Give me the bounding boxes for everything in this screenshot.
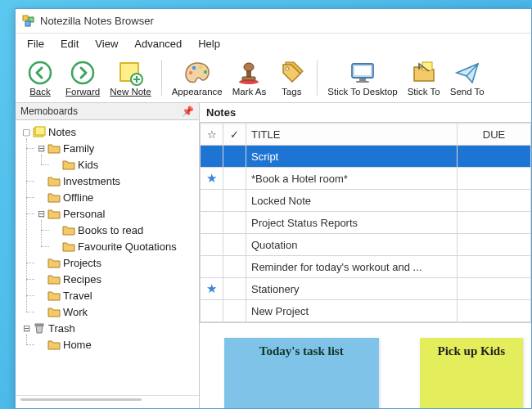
table-row[interactable]: Reminder for today's workout and ...: [201, 256, 531, 278]
tree-item[interactable]: ⊟Personal: [32, 205, 197, 222]
cell-due[interactable]: [458, 234, 531, 256]
cell-title[interactable]: New Project: [246, 300, 458, 322]
tree-item[interactable]: Recipes: [32, 271, 197, 287]
cell-check[interactable]: [223, 256, 246, 278]
sidebar-scrollbar[interactable]: [20, 398, 142, 401]
tree-item[interactable]: Projects: [32, 254, 197, 271]
cell-title[interactable]: Project Status Reports: [246, 212, 458, 234]
menu-help[interactable]: Help: [190, 35, 228, 52]
cell-star[interactable]: ★: [201, 168, 223, 190]
cell-due[interactable]: [458, 190, 531, 212]
cell-title[interactable]: *Book a Hotel room*: [246, 168, 458, 190]
toolbar: Back Forward New Note Appearance Mark A: [16, 53, 531, 103]
col-check[interactable]: ✓: [223, 124, 246, 146]
stick-to-desktop-button[interactable]: Stick To Desktop: [323, 56, 401, 99]
cell-title[interactable]: Reminder for today's workout and ...: [246, 256, 458, 278]
cell-star[interactable]: [201, 190, 223, 212]
svg-point-9: [199, 65, 202, 69]
sticky-area: Today's task list Pick up Kids: [200, 322, 531, 408]
titlebar[interactable]: Notezilla Notes Browser: [16, 9, 531, 34]
tree-item[interactable]: Kids: [47, 156, 197, 173]
toolbar-separator: [317, 60, 318, 96]
tree-item[interactable]: Home: [32, 336, 197, 353]
menu-advanced[interactable]: Advanced: [126, 35, 190, 52]
folder-icon: [47, 174, 61, 187]
cell-title[interactable]: Script: [246, 146, 458, 168]
folder-icon: [61, 240, 76, 253]
app-icon: [22, 15, 35, 28]
tree-item[interactable]: Offline: [32, 189, 197, 205]
notes-grid: ☆ ✓ TITLE DUE Script★*Book a Hotel room*…: [200, 123, 531, 322]
cell-due[interactable]: [458, 278, 531, 300]
menu-view[interactable]: View: [87, 35, 126, 52]
back-icon: [27, 59, 53, 87]
tree-trash[interactable]: ⊟ Trash: [17, 320, 197, 336]
svg-rect-0: [23, 16, 28, 20]
tree-item[interactable]: Work: [32, 303, 197, 320]
cell-star[interactable]: [201, 300, 223, 322]
cell-title[interactable]: Locked Note: [246, 190, 458, 212]
cell-due[interactable]: [458, 212, 531, 234]
cell-check[interactable]: [223, 190, 246, 212]
toggle-icon[interactable]: ⊟: [35, 209, 47, 219]
cell-star[interactable]: [201, 256, 223, 278]
pin-icon[interactable]: 📌: [182, 106, 194, 117]
menu-file[interactable]: File: [19, 35, 52, 52]
cell-check[interactable]: [223, 168, 246, 190]
cell-star[interactable]: [201, 146, 223, 168]
cell-due[interactable]: [458, 146, 531, 168]
back-button[interactable]: Back: [20, 56, 60, 99]
cell-title[interactable]: Stationery: [246, 278, 458, 300]
table-row[interactable]: Quotation: [201, 234, 531, 256]
table-row[interactable]: New Project: [201, 300, 531, 322]
table-row[interactable]: Script: [201, 146, 531, 168]
sticky-note-blue[interactable]: Today's task list: [224, 338, 379, 408]
svg-rect-13: [242, 77, 255, 80]
appearance-button[interactable]: Appearance: [168, 56, 227, 99]
cell-due[interactable]: [458, 168, 531, 190]
toggle-icon[interactable]: ⊟: [35, 143, 47, 154]
cell-due[interactable]: [458, 300, 531, 322]
table-row[interactable]: Locked Note: [201, 190, 531, 212]
table-row[interactable]: Project Status Reports: [201, 212, 531, 234]
cell-due[interactable]: [458, 256, 531, 278]
send-to-button[interactable]: Send To: [446, 56, 489, 99]
col-title[interactable]: TITLE: [246, 124, 458, 146]
svg-point-14: [286, 67, 289, 70]
collapse-icon[interactable]: ▢: [20, 127, 32, 137]
cell-check[interactable]: [223, 146, 246, 168]
tree-item[interactable]: Books to read: [47, 222, 197, 238]
expand-icon[interactable]: ⊟: [20, 323, 32, 334]
window-title: Notezilla Notes Browser: [40, 15, 154, 27]
app-window: Notezilla Notes Browser File Edit View A…: [15, 8, 532, 409]
table-row[interactable]: ★*Book a Hotel room*: [201, 168, 531, 190]
menu-edit[interactable]: Edit: [52, 35, 87, 52]
svg-rect-16: [354, 66, 371, 75]
folder-icon: [61, 223, 76, 236]
cell-check[interactable]: [223, 278, 246, 300]
sticky-note-yellow[interactable]: Pick up Kids: [420, 338, 523, 408]
cell-check[interactable]: [223, 212, 246, 234]
tags-button[interactable]: Tags: [272, 56, 311, 99]
stick-to-button[interactable]: Stick To: [404, 56, 444, 99]
cell-star[interactable]: [201, 212, 223, 234]
new-note-button[interactable]: New Note: [106, 56, 156, 99]
cell-star[interactable]: [201, 234, 223, 256]
cell-check[interactable]: [223, 234, 246, 256]
table-row[interactable]: ★Stationery: [201, 278, 531, 300]
folder-icon: [47, 142, 61, 155]
sidebar-header: Memoboards 📌: [16, 103, 199, 120]
palette-icon: [183, 59, 211, 87]
tree-root-notes[interactable]: ▢ Notes: [17, 124, 197, 140]
cell-title[interactable]: Quotation: [246, 234, 458, 256]
col-due[interactable]: DUE: [458, 124, 531, 146]
cell-check[interactable]: [223, 300, 246, 322]
col-star[interactable]: ☆: [201, 124, 223, 146]
tree-item[interactable]: Investments: [32, 173, 197, 189]
tree-item[interactable]: Travel: [32, 287, 197, 303]
mark-as-button[interactable]: Mark As: [228, 56, 271, 99]
cell-star[interactable]: ★: [201, 278, 223, 300]
tree-item[interactable]: ⊟Family: [32, 140, 197, 156]
tree-item[interactable]: Favourite Quotations: [47, 238, 197, 254]
forward-button[interactable]: Forward: [61, 56, 104, 99]
